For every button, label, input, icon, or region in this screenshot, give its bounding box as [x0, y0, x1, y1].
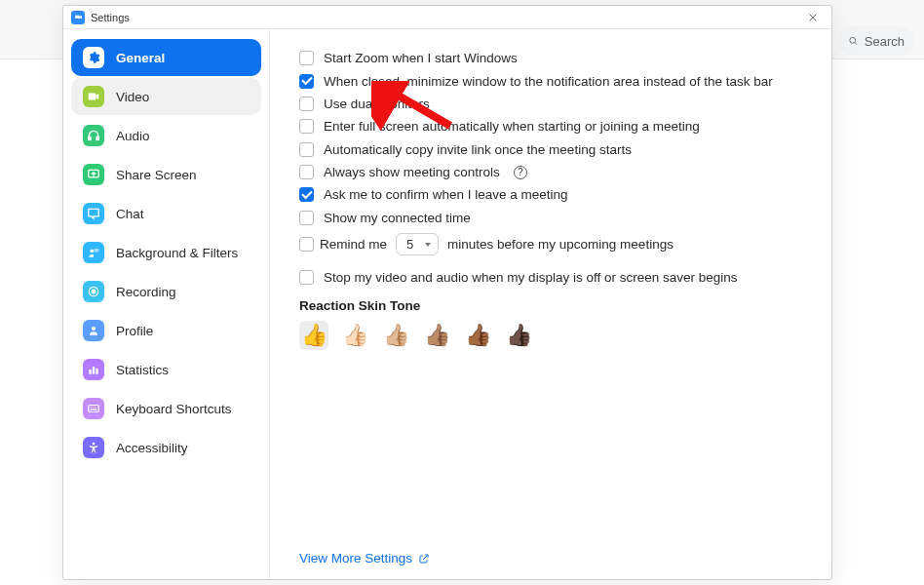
option-label: Stop my video and audio when my display … [324, 270, 737, 285]
sidebar-item-keyboard-shortcuts[interactable]: Keyboard Shortcuts [71, 390, 261, 427]
background-icon [83, 242, 104, 263]
dialog-title: Settings [91, 12, 130, 23]
settings-content: Start Zoom when I start WindowsWhen clos… [270, 29, 831, 579]
gear-icon [83, 47, 104, 68]
option-row[interactable]: Enter full screen automatically when sta… [299, 115, 802, 137]
checkbox[interactable] [299, 165, 314, 179]
titlebar: Settings [63, 6, 831, 29]
settings-dialog: Settings GeneralVideoAudioShare ScreenCh… [62, 5, 832, 580]
search-icon [848, 34, 859, 48]
checkbox[interactable] [299, 211, 314, 225]
checkbox[interactable] [299, 119, 314, 134]
link-text: View More Settings [299, 551, 412, 566]
help-icon[interactable]: ? [514, 166, 527, 179]
sidebar-item-video[interactable]: Video [71, 78, 261, 115]
svg-rect-12 [89, 370, 91, 374]
svg-point-16 [93, 443, 96, 446]
sidebar-item-label: Share Screen [116, 168, 197, 182]
remind-prefix: Remind me [320, 237, 387, 252]
sidebar-item-label: Recording [116, 285, 176, 299]
sidebar-item-accessibility[interactable]: Accessibility [71, 429, 261, 466]
svg-rect-8 [95, 249, 99, 252]
skin-tone-option[interactable]: 👍🏼 [381, 321, 410, 350]
sidebar-item-label: General [116, 51, 165, 65]
svg-point-10 [92, 290, 96, 293]
option-label: Enter full screen automatically when sta… [324, 119, 700, 134]
option-row[interactable]: When closed, minimize window to the noti… [299, 69, 802, 92]
sidebar-item-statistics[interactable]: Statistics [71, 351, 261, 388]
sidebar-item-label: Background & Filters [116, 246, 238, 260]
option-label: When closed, minimize window to the noti… [324, 74, 773, 89]
keyboard-icon [83, 398, 104, 419]
svg-rect-5 [96, 136, 98, 140]
sidebar-item-label: Accessibility [116, 441, 188, 455]
reaction-skin-tone-row: 👍👍🏻👍🏼👍🏽👍🏾👍🏿 [299, 321, 802, 350]
search-placeholder: Search [865, 34, 905, 49]
sidebar-item-audio[interactable]: Audio [71, 117, 261, 154]
global-search[interactable]: Search [838, 26, 914, 56]
svg-rect-15 [89, 406, 99, 412]
remind-me-row[interactable]: Remind me 5 minutes before my upcoming m… [299, 229, 802, 259]
sidebar-item-label: Chat [116, 207, 144, 221]
skin-tone-option[interactable]: 👍🏻 [340, 321, 369, 350]
checkbox[interactable] [299, 187, 314, 202]
checkbox[interactable] [299, 237, 314, 252]
close-icon [807, 12, 819, 23]
sidebar-item-profile[interactable]: Profile [71, 312, 261, 349]
video-icon [83, 86, 104, 107]
accessibility-icon [83, 437, 104, 458]
remind-suffix: minutes before my upcoming meetings [447, 237, 674, 252]
sidebar-item-share-screen[interactable]: Share Screen [71, 156, 261, 193]
option-row[interactable]: Ask me to confirm when I leave a meeting [299, 183, 802, 206]
skin-tone-option[interactable]: 👍🏽 [422, 321, 451, 350]
checkbox[interactable] [299, 51, 314, 65]
option-row[interactable]: Show my connected time [299, 207, 802, 229]
svg-line-1 [855, 42, 857, 44]
headphones-icon [83, 125, 104, 146]
sidebar-item-background-filters[interactable]: Background & Filters [71, 234, 261, 271]
sidebar-item-label: Keyboard Shortcuts [116, 402, 232, 416]
checkbox[interactable] [299, 97, 314, 111]
option-label: Show my connected time [324, 211, 471, 225]
zoom-app-icon [71, 11, 85, 24]
option-label: Automatically copy invite link once the … [324, 142, 632, 157]
option-row[interactable]: Start Zoom when I start Windows [299, 47, 802, 69]
sidebar-item-chat[interactable]: Chat [71, 195, 261, 232]
svg-rect-4 [89, 136, 91, 140]
skin-tone-option[interactable]: 👍🏾 [463, 321, 492, 350]
sidebar-item-label: Video [116, 90, 149, 104]
svg-point-7 [90, 249, 94, 253]
share-screen-icon [83, 164, 104, 185]
sidebar-item-label: Audio [116, 129, 150, 143]
sidebar-item-recording[interactable]: Recording [71, 273, 261, 310]
checkbox[interactable] [299, 270, 314, 285]
remind-minutes-select[interactable]: 5 [396, 233, 439, 255]
option-label: Always show meeting controls [324, 165, 500, 179]
checkbox[interactable] [299, 74, 314, 89]
chat-icon [83, 203, 104, 224]
stop-video-row[interactable]: Stop my video and audio when my display … [299, 265, 802, 288]
skin-tone-option[interactable]: 👍🏿 [504, 321, 533, 350]
sidebar-item-general[interactable]: General [71, 39, 261, 76]
option-label: Use dual monitors [324, 97, 430, 111]
view-more-settings-link[interactable]: View More Settings [299, 539, 802, 566]
option-row[interactable]: Use dual monitors [299, 93, 802, 115]
svg-point-11 [92, 327, 96, 331]
option-row[interactable]: Always show meeting controls? [299, 161, 802, 183]
statistics-icon [83, 359, 104, 380]
external-link-icon [418, 553, 430, 565]
skin-tone-option[interactable]: 👍 [299, 321, 328, 350]
svg-rect-13 [93, 367, 95, 374]
close-button[interactable] [802, 7, 824, 28]
svg-rect-14 [96, 369, 97, 374]
option-label: Ask me to confirm when I leave a meeting [324, 187, 568, 202]
profile-icon [83, 320, 104, 341]
option-row[interactable]: Automatically copy invite link once the … [299, 138, 802, 161]
recording-icon [83, 281, 104, 302]
settings-sidebar: GeneralVideoAudioShare ScreenChatBackgro… [63, 29, 270, 579]
reaction-skin-tone-heading: Reaction Skin Tone [299, 298, 802, 313]
svg-point-0 [850, 37, 856, 43]
checkbox[interactable] [299, 142, 314, 157]
sidebar-item-label: Statistics [116, 363, 169, 377]
option-label: Start Zoom when I start Windows [324, 51, 518, 65]
